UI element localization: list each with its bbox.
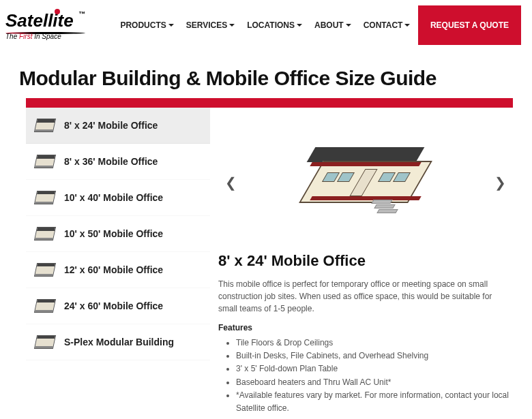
logo-tagline: The First In Space	[5, 33, 85, 40]
request-quote-button-header[interactable]: REQUEST A QUOTE	[418, 5, 521, 45]
mobile-office-icon	[34, 119, 56, 132]
product-image	[304, 142, 427, 223]
chevron-down-icon	[168, 24, 174, 27]
feature-item: Built-in Desks, File Cabinets, and Overh…	[236, 350, 513, 362]
size-tab-label: 12' x 60' Mobile Office	[64, 264, 163, 275]
mobile-office-icon	[34, 191, 56, 204]
chevron-down-icon	[404, 24, 410, 27]
mobile-office-icon	[34, 299, 56, 313]
features-list: Tile Floors & Drop CeilingsBuilt-in Desk…	[218, 337, 513, 415]
size-tab[interactable]: 24' x 60' Mobile Office	[26, 288, 210, 324]
logo[interactable]: Satellite ™ The First In Space	[5, 10, 85, 40]
size-tab[interactable]: 8' x 36' Mobile Office	[26, 144, 210, 180]
main-nav: PRODUCTSSERVICESLOCATIONSABOUTCONTACT	[113, 20, 418, 30]
page-title: Modular Building & Mobile Office Size Gu…	[19, 67, 532, 90]
size-tab-label: 24' x 60' Mobile Office	[64, 300, 163, 311]
nav-item-services[interactable]: SERVICES	[186, 20, 235, 30]
size-tab-label: 10' x 40' Mobile Office	[64, 192, 163, 203]
feature-item: Baseboard heaters and Thru Wall AC Unit*	[236, 376, 513, 389]
mobile-office-icon	[34, 335, 56, 349]
size-tab-label: 8' x 24' Mobile Office	[64, 120, 158, 131]
size-tab-label: 10' x 50' Mobile Office	[64, 228, 163, 239]
nav-item-label: LOCATIONS	[247, 20, 295, 30]
size-tab[interactable]: 12' x 60' Mobile Office	[26, 252, 210, 288]
header: Satellite ™ The First In Space PRODUCTSS…	[0, 0, 532, 50]
detail-title: 8' x 24' Mobile Office	[218, 252, 513, 270]
size-tabs: 8' x 24' Mobile Office8' x 36' Mobile Of…	[26, 108, 210, 419]
detail-description: This mobile office is perfect for tempor…	[218, 278, 513, 315]
detail-panel: ❮ ❯ 8' x 24' Mobile Office Thi	[218, 108, 513, 419]
size-tab[interactable]: S-Plex Modular Building	[26, 324, 210, 360]
feature-item: 3' x 5' Fold-down Plan Table	[236, 362, 513, 375]
image-carousel: ❮ ❯	[218, 121, 513, 244]
features-heading: Features	[218, 323, 513, 332]
chevron-down-icon	[346, 24, 351, 27]
size-tab-label: S-Plex Modular Building	[64, 337, 174, 347]
size-tab[interactable]: 10' x 40' Mobile Office	[26, 180, 210, 216]
logo-text: Satellite ™	[5, 10, 85, 31]
logo-dot-icon	[55, 9, 60, 14]
chevron-down-icon	[297, 24, 302, 27]
mobile-office-icon	[34, 227, 56, 240]
chevron-down-icon	[229, 24, 235, 27]
carousel-next-icon[interactable]: ❯	[488, 168, 513, 198]
carousel-prev-icon[interactable]: ❮	[218, 168, 243, 198]
feature-item: Tile Floors & Drop Ceilings	[236, 337, 513, 350]
nav-item-locations[interactable]: LOCATIONS	[247, 20, 302, 30]
content: 8' x 24' Mobile Office8' x 36' Mobile Of…	[0, 108, 532, 419]
nav-item-label: CONTACT	[364, 20, 403, 30]
red-divider	[26, 98, 513, 108]
nav-item-label: SERVICES	[186, 20, 227, 30]
mobile-office-icon	[34, 263, 56, 277]
size-tab[interactable]: 10' x 50' Mobile Office	[26, 216, 210, 252]
size-tab-label: 8' x 36' Mobile Office	[64, 156, 158, 167]
feature-item: *Available features vary by market. For …	[236, 389, 513, 415]
nav-item-label: ABOUT	[314, 20, 344, 30]
nav-item-about[interactable]: ABOUT	[314, 20, 351, 30]
mobile-office-icon	[34, 155, 56, 168]
size-tab[interactable]: 8' x 24' Mobile Office	[26, 108, 210, 144]
nav-item-label: PRODUCTS	[120, 20, 166, 30]
nav-item-products[interactable]: PRODUCTS	[120, 20, 173, 30]
nav-item-contact[interactable]: CONTACT	[364, 20, 411, 30]
